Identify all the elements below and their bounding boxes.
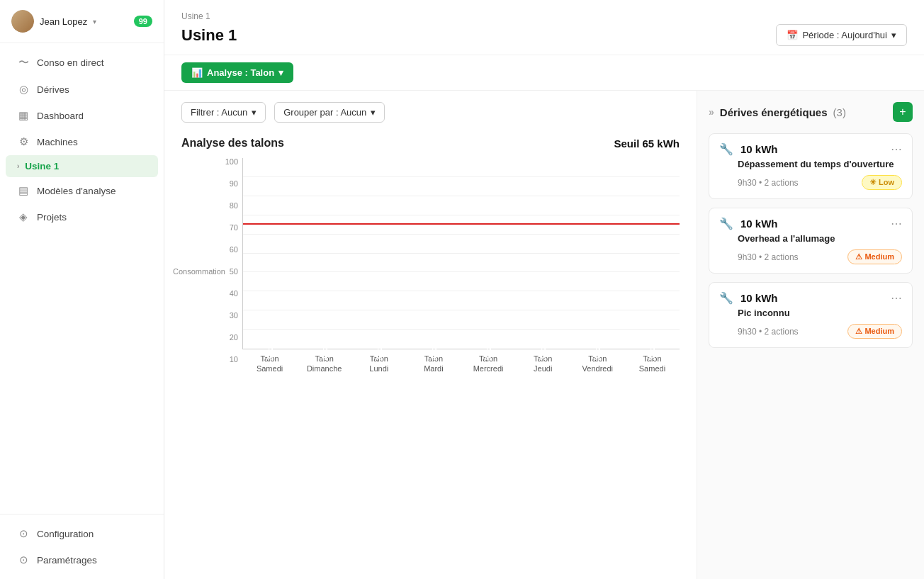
derive-card-1-header: 🔧 10 kWh ⋯ bbox=[719, 142, 902, 156]
derive-name-2: Overhead a l'allumage bbox=[719, 233, 902, 244]
notification-badge: 99 bbox=[134, 16, 152, 27]
sidebar-item-parametrages[interactable]: ⊙ Paramétrages bbox=[6, 547, 158, 573]
sidebar-footer: ⊙ Configuration ⊙ Paramétrages bbox=[0, 514, 164, 579]
grid-60 bbox=[243, 271, 680, 272]
derive-menu-3[interactable]: ⋯ bbox=[891, 291, 902, 305]
y-label-10: 10 bbox=[230, 356, 238, 364]
bar-samedi2-label: 30kWh bbox=[648, 337, 656, 360]
chevron-down-icon: ▾ bbox=[252, 107, 257, 118]
sidebar-item-configuration[interactable]: ⊙ Configuration bbox=[6, 521, 158, 546]
y-label-40: 40 bbox=[230, 290, 238, 298]
bar-jeudi-label: 38kWh bbox=[539, 337, 547, 360]
derive-menu-2[interactable]: ⋯ bbox=[891, 217, 902, 230]
y-label-60: 60 bbox=[230, 246, 238, 254]
derive-kwh-3: 10 kWh bbox=[740, 292, 778, 304]
bar-vendredi-label: 30kWh bbox=[594, 337, 602, 360]
derive-time-3: 9h30 • 2 actions bbox=[738, 327, 799, 337]
page-header: Usine 1 Usine 1 📅 Période : Aujourd'hui … bbox=[164, 0, 924, 55]
y-label-20: 20 bbox=[230, 334, 238, 342]
derive-badge-3: ⚠ Medium bbox=[847, 324, 902, 339]
periode-button[interactable]: 📅 Période : Aujourd'hui ▾ bbox=[776, 24, 907, 46]
main-content: Usine 1 Usine 1 📅 Période : Aujourd'hui … bbox=[164, 0, 924, 579]
derive-icon-2: 🔧 bbox=[719, 217, 733, 230]
modeles-icon: ▤ bbox=[17, 184, 30, 197]
derive-time-1: 9h30 • 2 actions bbox=[738, 178, 799, 188]
breadcrumb: Usine 1 bbox=[181, 11, 907, 21]
sidebar-item-conso-label: Conso en direct bbox=[37, 57, 104, 68]
user-menu[interactable]: Jean Lopez ▾ bbox=[11, 10, 96, 33]
params-icon: ⊙ bbox=[17, 553, 30, 566]
grid-70 bbox=[243, 291, 680, 291]
chart-seuil: Seuil 65 kWh bbox=[614, 137, 680, 150]
projets-icon: ◈ bbox=[17, 210, 30, 223]
analyse-button[interactable]: 📊 Analyse : Talon ▾ bbox=[181, 62, 293, 83]
chart-title: Analyse des talons bbox=[181, 137, 284, 150]
sidebar-header: Jean Lopez ▾ 99 bbox=[0, 0, 164, 43]
chart-wrapper: Consommation 100 90 80 70 60 50 40 30 20… bbox=[181, 158, 680, 385]
analyse-toolbar: 📊 Analyse : Talon ▾ bbox=[164, 55, 924, 91]
sidebar-item-projets[interactable]: ◈ Projets bbox=[6, 204, 158, 230]
derive-icon-3: 🔧 bbox=[719, 291, 733, 305]
chevron-down-icon: ▾ bbox=[93, 18, 96, 26]
derives-add-button[interactable]: + bbox=[893, 102, 913, 122]
sidebar: Jean Lopez ▾ 99 〜 Conso en direct ◎ Déri… bbox=[0, 0, 164, 579]
derive-name-1: Dépassement du temps d'ouverture bbox=[719, 159, 902, 169]
sidebar-item-projets-label: Projets bbox=[37, 212, 67, 223]
derives-panel: » Dérives énergétiques (3) + 🔧 10 kWh ⋯ … bbox=[697, 91, 924, 579]
derive-meta-1: 9h30 • 2 actions ☀ Low bbox=[719, 175, 902, 190]
chevron-right-icon: › bbox=[17, 162, 19, 170]
conso-icon: 〜 bbox=[17, 56, 30, 69]
derives-title: » Dérives énergétiques (3) bbox=[709, 106, 846, 118]
derive-badge-2: ⚠ Medium bbox=[847, 249, 902, 264]
derives-title-text: Dérives énergétiques bbox=[720, 106, 828, 118]
sidebar-item-dashboard[interactable]: ▦ Dashboard bbox=[6, 103, 158, 128]
derive-name-3: Pic inconnu bbox=[719, 308, 902, 318]
y-axis-title: Consommation bbox=[173, 267, 225, 276]
calendar-icon: 📅 bbox=[787, 30, 798, 40]
chevron-down-icon: ▾ bbox=[371, 107, 376, 118]
sidebar-nav: 〜 Conso en direct ◎ Dérives ▦ Dashboard … bbox=[0, 43, 164, 514]
filter-dropdown[interactable]: Filtrer : Aucun ▾ bbox=[181, 102, 266, 123]
chart-bars-area: 30kWh 40kWh 39kWh bbox=[242, 158, 680, 349]
chart-plot-container: 30kWh 40kWh 39kWh bbox=[242, 158, 680, 385]
derives-title-icon: » bbox=[709, 106, 714, 118]
user-name: Jean Lopez bbox=[40, 16, 87, 27]
derive-card-2-header: 🔧 10 kWh ⋯ bbox=[719, 217, 902, 230]
bar-mercredi-label: 50kWh bbox=[485, 337, 492, 360]
y-label-30: 30 bbox=[230, 312, 238, 320]
derive-time-2: 9h30 • 2 actions bbox=[738, 252, 799, 262]
main-body: Filtrer : Aucun ▾ Grouper par : Aucun ▾ … bbox=[164, 91, 924, 579]
grid-lines bbox=[243, 158, 680, 349]
sidebar-item-machines[interactable]: ⚙ Machines bbox=[6, 129, 158, 154]
y-label-100: 100 bbox=[225, 158, 238, 166]
avatar bbox=[11, 10, 34, 33]
y-axis-container: Consommation bbox=[181, 158, 217, 385]
grid-20 bbox=[243, 196, 680, 196]
sidebar-item-derives[interactable]: ◎ Dérives bbox=[6, 77, 158, 102]
config-icon: ⊙ bbox=[17, 527, 30, 540]
sidebar-item-conso[interactable]: 〜 Conso en direct bbox=[6, 50, 158, 76]
derive-card-2: 🔧 10 kWh ⋯ Overhead a l'allumage 9h30 • … bbox=[709, 208, 913, 274]
grid-30 bbox=[243, 215, 680, 215]
group-dropdown[interactable]: Grouper par : Aucun ▾ bbox=[274, 102, 385, 123]
y-label-90: 90 bbox=[230, 180, 238, 188]
sidebar-item-machines-label: Machines bbox=[37, 137, 78, 147]
sidebar-item-usine1[interactable]: › Usine 1 bbox=[6, 155, 158, 177]
chart-area: Filtrer : Aucun ▾ Grouper par : Aucun ▾ … bbox=[164, 91, 697, 579]
y-label-70: 70 bbox=[230, 224, 238, 232]
derive-menu-1[interactable]: ⋯ bbox=[891, 142, 902, 156]
chart-header: Analyse des talons Seuil 65 kWh bbox=[181, 137, 680, 150]
grid-90 bbox=[243, 329, 680, 330]
x-axis: TalonSamedi TalonDimanche TalonLundi Tal… bbox=[242, 349, 680, 385]
derive-badge-1: ☀ Low bbox=[862, 175, 902, 190]
derive-card-3-left: 🔧 10 kWh bbox=[719, 291, 778, 305]
bar-mardi-label: 40kWh bbox=[430, 337, 438, 360]
sidebar-item-usine1-label: Usine 1 bbox=[25, 161, 59, 172]
sidebar-item-derives-label: Dérives bbox=[37, 84, 69, 95]
derive-kwh-1: 10 kWh bbox=[740, 143, 778, 155]
grid-40 bbox=[243, 234, 680, 235]
y-label-80: 80 bbox=[230, 202, 238, 210]
bar-samedi1-label: 30kWh bbox=[266, 337, 274, 360]
chart-icon: 📊 bbox=[191, 67, 203, 78]
sidebar-item-modeles[interactable]: ▤ Modèles d'analyse bbox=[6, 178, 158, 203]
